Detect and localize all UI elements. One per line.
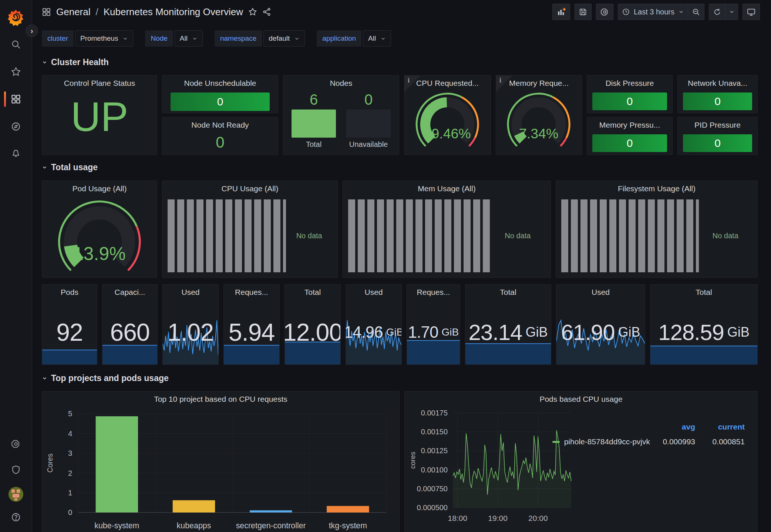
panel-title[interactable]: Network Unava... <box>678 75 757 91</box>
panel-title[interactable]: Pods <box>42 284 97 300</box>
refresh-button[interactable] <box>709 4 725 20</box>
series-color-swatch <box>552 441 560 443</box>
sidebar-item-dashboards[interactable] <box>0 90 32 108</box>
panel-title[interactable]: Pods based CPU usage <box>405 391 757 407</box>
variable-value-dropdown[interactable]: All <box>363 30 391 47</box>
panel-pod-usage: Pod Usage (All) 13.9% <box>42 181 157 278</box>
panel-title[interactable]: Used <box>556 284 645 300</box>
sidebar-item-search[interactable] <box>0 36 32 53</box>
user-avatar[interactable] <box>9 487 23 502</box>
panel-title[interactable]: Nodes <box>283 75 399 91</box>
disk-pressure-bar: 0 <box>592 92 667 110</box>
panel-node-unschedulable: Node Unschedulable 0 <box>162 75 278 113</box>
svg-text:49.46%: 49.46% <box>424 126 471 141</box>
svg-text:1: 1 <box>68 489 72 497</box>
share-dashboard-button[interactable] <box>262 7 271 16</box>
stat-panel-cpu-requested: Reques... 5.94 <box>223 284 280 365</box>
control-plane-status-value: UP <box>42 96 157 138</box>
cpu-usage-lcd-gauge: No data <box>168 199 332 272</box>
panel-memory-pressure: Memory Pressu... 0 <box>587 117 673 155</box>
panel-title[interactable]: PID Pressure <box>678 117 757 133</box>
variable-value-dropdown[interactable]: Prometheus <box>75 30 133 47</box>
legend-header-current[interactable]: current <box>699 422 745 431</box>
legend-current-value: 0.000851 <box>699 437 745 446</box>
disk-memory-pressure-column: Disk Pressure 0 Memory Pressu... 0 <box>587 75 673 155</box>
chevron-down-icon <box>42 60 47 65</box>
svg-text:19:00: 19:00 <box>488 514 508 522</box>
cycle-view-mode-button[interactable] <box>743 4 760 20</box>
time-range-picker[interactable]: Last 3 hours <box>618 4 688 20</box>
sidebar: › <box>0 0 32 532</box>
svg-text:2: 2 <box>68 469 72 477</box>
panel-cpu-usage: CPU Usage (All) No data <box>162 181 338 278</box>
dashboard-settings-button[interactable] <box>596 4 613 20</box>
panel-title[interactable]: Control Plane Status <box>42 75 157 91</box>
sidebar-item-explore[interactable] <box>0 118 32 135</box>
svg-text:Cores: Cores <box>46 454 54 473</box>
stat-panel-fs-total: Total 128.59GiB <box>650 284 758 365</box>
add-panel-button[interactable] <box>552 4 570 20</box>
save-dashboard-button[interactable] <box>575 4 592 20</box>
panel-filesystem-usage: Filesystem Usage (All) No data <box>556 181 758 278</box>
svg-text:3: 3 <box>68 449 72 457</box>
variable-value-dropdown[interactable]: default <box>263 30 305 47</box>
panel-title[interactable]: Total <box>650 284 757 300</box>
panel-title[interactable]: Mem Usage (All) <box>343 181 551 196</box>
variable-label: namespace <box>215 30 262 47</box>
panel-title[interactable]: Top 10 project based on CPU requests <box>42 391 399 407</box>
info-icon[interactable]: i <box>408 77 410 84</box>
section-top-projects[interactable]: Top projects and pods usage <box>42 372 760 384</box>
panel-title[interactable]: Node Unschedulable <box>162 75 278 91</box>
section-cluster-health[interactable]: Cluster Health <box>42 56 760 68</box>
legend-header-avg[interactable]: avg <box>654 422 695 431</box>
section-total-usage[interactable]: Total usage <box>42 161 760 173</box>
sidebar-item-configuration[interactable] <box>0 435 32 453</box>
template-variables-row: cluster Prometheus Node All namespace de… <box>42 30 760 47</box>
panel-title[interactable]: Capaci... <box>102 284 157 300</box>
panel-pods-cpu-usage: Pods based CPU usage 0.0005000.0007500.0… <box>404 391 758 532</box>
breadcrumb-folder[interactable]: General <box>56 6 91 18</box>
cluster-health-row: Control Plane Status UP Node Unschedulab… <box>42 75 760 155</box>
panel-title[interactable]: Reques... <box>407 284 460 300</box>
panel-title[interactable]: Total <box>285 284 340 300</box>
sidebar-expand-button[interactable]: › <box>26 24 38 37</box>
stat-value: 23.14GiB <box>465 304 551 361</box>
star-dashboard-button[interactable] <box>248 7 257 16</box>
panel-title[interactable]: Used <box>346 284 401 300</box>
panel-title[interactable]: Disk Pressure <box>587 75 672 91</box>
chevron-down-icon <box>42 165 47 170</box>
time-picker-group: Last 3 hours <box>618 4 704 20</box>
sidebar-item-alerting[interactable] <box>0 145 32 163</box>
sidebar-item-server-admin[interactable] <box>0 461 32 479</box>
panel-title[interactable]: Memory Pressu... <box>587 117 672 133</box>
panel-node-not-ready: Node Not Ready 0 <box>162 117 278 155</box>
svg-text:0.000750: 0.000750 <box>417 485 448 493</box>
legend-series-item[interactable]: pihole-85784dd9cc-pvjvk <box>552 437 650 446</box>
lcd-bars <box>168 199 286 272</box>
panel-title[interactable]: Pod Usage (All) <box>42 181 157 196</box>
variable-value-dropdown[interactable]: All <box>175 30 203 47</box>
stat-value: 92 <box>42 304 97 361</box>
panel-network-unavailable: Network Unava... 0 <box>677 75 758 113</box>
panel-title[interactable]: Node Not Ready <box>162 117 278 133</box>
zoom-out-time-button[interactable] <box>688 4 704 20</box>
panel-title[interactable]: Reques... <box>224 284 279 300</box>
panel-title[interactable]: Total <box>465 284 551 300</box>
panel-title[interactable]: CPU Usage (All) <box>162 181 337 196</box>
sidebar-item-help[interactable] <box>0 510 32 525</box>
stat-panel-cpu-total: Total 12.00 <box>285 284 341 365</box>
sidebar-item-starred[interactable] <box>0 63 32 81</box>
panel-title[interactable]: Used <box>163 284 218 300</box>
svg-text:0.00150: 0.00150 <box>421 428 448 436</box>
stats-row: Pods 92 Capaci... 660 Used 1.02 Reques..… <box>42 284 760 365</box>
info-icon[interactable]: i <box>499 77 501 84</box>
panel-title[interactable]: Filesystem Usage (All) <box>556 181 757 196</box>
grafana-logo-icon[interactable] <box>8 9 24 26</box>
stat-panel-mem-requested: Reques... 1.70GiB <box>407 284 460 365</box>
stat-value: 61.90GiB <box>556 304 645 361</box>
refresh-interval-dropdown[interactable] <box>725 4 738 20</box>
variable-label: Node <box>145 30 173 47</box>
memory-requested-gauge: 7.34% <box>496 91 582 149</box>
svg-text:secretgen-controller: secretgen-controller <box>236 521 306 530</box>
panel-nodes: Nodes 6 Total 0 Unavailable <box>283 75 399 155</box>
